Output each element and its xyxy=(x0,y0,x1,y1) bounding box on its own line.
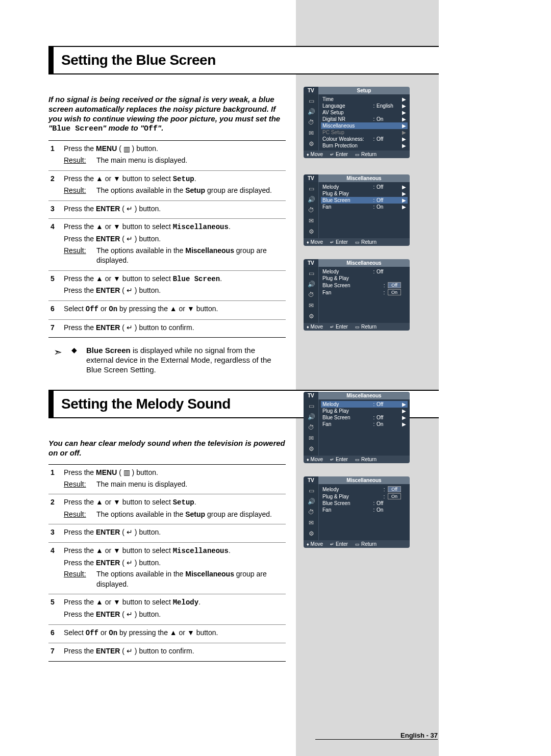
enter-icon: ↵ xyxy=(127,528,133,536)
page-footer: English - 37 xyxy=(315,732,438,740)
note-arrow-icon: ➣ xyxy=(54,346,62,374)
section1-title-block: Setting the Blue Screen xyxy=(48,46,439,74)
section2-steps: 1 Press the MENU ( ▥ ) button. Result: T… xyxy=(48,464,286,662)
note-diamond-icon: ◆ xyxy=(71,346,77,374)
menu-icon: ▥ xyxy=(123,468,130,476)
osd-screenshot: TVMiscellaneous ▭🔊⏱✉⚙ Melody:Off▶Plug & … xyxy=(304,392,410,463)
enter-icon: ↵ xyxy=(127,559,133,567)
enter-icon: ↵ xyxy=(127,647,133,655)
enter-icon: ↵ xyxy=(127,205,133,213)
section1-title: Setting the Blue Screen xyxy=(61,52,431,68)
enter-icon: ↵ xyxy=(127,323,133,332)
menu-icon: ▥ xyxy=(123,144,130,155)
section1-note: ➣ ◆ Blue Screen is displayed while no si… xyxy=(48,346,439,374)
enter-icon: ↵ xyxy=(127,235,133,243)
osd-screenshot: TVSetup ▭🔊⏱✉⚙ Time▶Language:English▶AV S… xyxy=(304,87,410,158)
osd-screenshot: TVMiscellaneous ▭🔊⏱✉⚙ Melody:OffPlug & P… xyxy=(304,476,410,548)
enter-icon: ↵ xyxy=(127,610,133,618)
osd-screenshot: TVMiscellaneous ▭🔊⏱✉⚙ Melody:OffPlug & P… xyxy=(304,259,410,331)
osd-screenshot: TVMiscellaneous ▭🔊⏱✉⚙ Melody:Off▶Plug & … xyxy=(304,174,410,246)
enter-icon: ↵ xyxy=(127,286,133,294)
section1-steps: 1 Press the MENU ( ▥ ) button. Result: T… xyxy=(48,140,286,338)
